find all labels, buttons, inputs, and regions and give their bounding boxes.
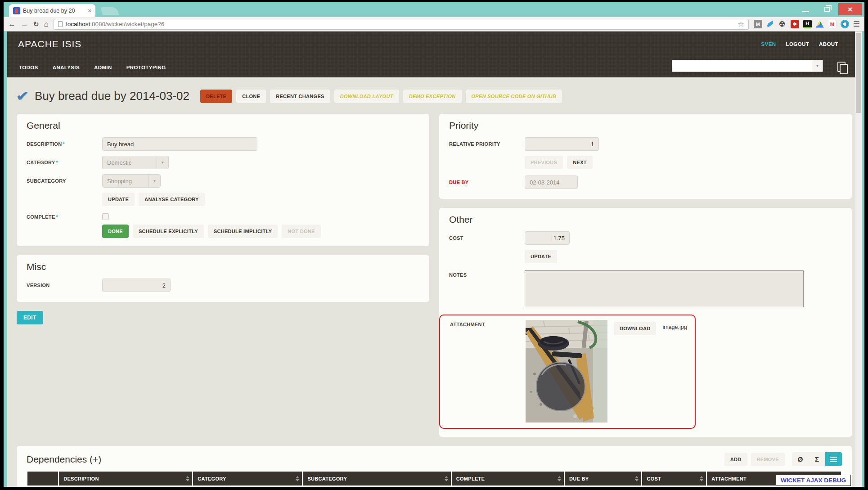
twitter-feather-icon[interactable] [766,21,774,27]
analyse-category-button[interactable]: ANALYSE CATEGORY [139,193,205,206]
demo-exception-button[interactable]: DEMO EXCEPTION [403,90,462,103]
nav-item-admin[interactable]: ADMIN [94,65,112,70]
attachment-filename: image.jpg [662,320,687,330]
page-body: ✔ Buy bread due by 2014-03-02 DELETE CLO… [7,77,862,487]
attachment-label: ATTACHMENT [450,320,519,327]
sort-icon[interactable] [558,476,561,481]
notes-textarea[interactable] [525,270,804,307]
chevron-down-icon[interactable]: ▼ [157,156,168,169]
not-done-button[interactable]: NOT DONE [282,225,320,238]
logout-link[interactable]: LOGOUT [786,41,810,47]
remove-button[interactable]: REMOVE [751,453,785,466]
about-link[interactable]: ABOUT [819,41,838,47]
download-layout-button[interactable]: DOWNLOAD LAYOUT [334,90,399,103]
gmail-icon[interactable]: M [828,20,837,28]
visibility-toggle-icon[interactable]: Ø [792,452,809,466]
sort-icon[interactable] [186,476,189,481]
chevron-down-icon[interactable]: ▼ [812,60,823,72]
sort-icon[interactable] [445,476,448,481]
chevron-down-icon[interactable]: ▼ [148,175,160,187]
add-button[interactable]: ADD [724,453,747,466]
url-host: localhost [66,21,90,27]
recent-changes-button[interactable]: RECENT CHANGES [270,90,330,103]
no-records-text: No Records Found [27,486,841,487]
wicket-ajax-debug-link[interactable]: WICKET AJAX DEBUG [776,475,851,486]
tab-favicon-icon [13,7,20,14]
home-icon[interactable]: ⌂ [44,20,49,28]
sort-icon[interactable] [700,476,703,481]
bookmark-star-icon[interactable]: ☆ [738,21,744,28]
nav-item-analysis[interactable]: ANALYSIS [53,65,80,70]
category-label: CATEGORY* [27,160,102,165]
col-subcategory[interactable]: SUBCATEGORY [303,472,450,486]
refresh-icon[interactable]: ↻ [33,21,39,27]
col-description[interactable]: DESCRIPTION [59,472,192,486]
schedule-explicitly-button[interactable]: SCHEDULE EXPLICITLY [133,225,204,238]
app-brand[interactable]: APACHE ISIS [18,39,81,49]
close-icon: ✕ [847,6,853,13]
update-button[interactable]: UPDATE [102,193,135,206]
aperture-icon[interactable] [841,20,849,28]
ext-m-icon[interactable]: M [754,20,762,28]
download-button[interactable]: DOWNLOAD [614,322,656,335]
todo-check-icon: ✔ [16,89,29,103]
misc-heading: Misc [27,261,419,272]
browser-tab[interactable]: Buy bread due by 20 × [9,4,95,17]
schedule-implicitly-button[interactable]: SCHEDULE IMPLICITLY [208,225,278,238]
category-select[interactable]: Domestic ▼ [102,156,169,169]
col-complete[interactable]: COMPLETE [452,472,564,486]
other-panel: Other COST UPDATE NOTES [439,208,852,437]
description-label: DESCRIPTION* [27,141,102,147]
next-button[interactable]: NEXT [567,156,593,169]
tab-close-icon[interactable]: × [88,7,91,14]
header-search-select[interactable]: ▼ [672,60,823,72]
browser-tab-bar: Buy bread due by 20 × ✕ [4,2,864,17]
clone-button[interactable]: CLONE [236,90,266,103]
browser-menu-icon[interactable]: ☰ [853,19,860,29]
complete-checkbox[interactable] [102,213,109,220]
scrollbar-thumb[interactable] [856,33,861,113]
close-button[interactable]: ✕ [838,3,862,15]
previous-button[interactable]: PREVIOUS [525,156,563,169]
session-links: SVEN LOGOUT ABOUT [761,41,838,47]
gdrive-icon[interactable] [816,21,824,28]
nav-item-prototyping[interactable]: PROTOTYPING [126,65,166,70]
scrollbar[interactable] [855,31,862,487]
required-asterisk: * [56,214,58,220]
priority-heading: Priority [449,120,842,131]
nav-item-todos[interactable]: TODOS [19,65,38,70]
subcategory-label: SUBCATEGORY [27,178,102,184]
delete-button[interactable]: DELETE [200,90,232,103]
back-icon[interactable]: ← [8,20,16,28]
extensions-row: M ☢ ✱ H M ☰ [754,19,860,29]
open-source-button[interactable]: OPEN SOURCE CODE ON GITHUB [466,90,562,103]
sort-icon[interactable] [296,476,299,481]
list-view-icon[interactable] [825,452,842,466]
subcategory-select[interactable]: Shopping ▼ [102,174,161,188]
copy-pages-icon[interactable] [837,62,846,72]
url-path: :8080/wicket/wicket/page?6 [90,21,164,27]
minimize-button[interactable] [795,3,816,15]
col-category[interactable]: CATEGORY [193,472,302,486]
url-bar[interactable]: localhost:8080/wicket/wicket/page?6 ☆ [54,19,749,30]
dependencies-actions: ADD REMOVE Ø Σ [724,452,842,466]
lastpass-icon[interactable]: ✱ [791,20,799,28]
restore-button[interactable] [817,3,837,15]
edit-button[interactable]: EDIT [17,311,43,324]
new-tab-button[interactable] [101,7,119,15]
done-button[interactable]: DONE [102,225,129,238]
relative-priority-field [525,137,599,151]
sort-icon[interactable] [635,476,639,481]
user-link[interactable]: SVEN [761,41,776,47]
hackernews-icon[interactable]: H [803,20,812,28]
update-cost-button[interactable]: UPDATE [525,250,557,263]
summary-sigma-icon[interactable]: Σ [809,452,825,466]
page-icon [58,21,63,27]
col-cost[interactable]: COST [642,472,706,486]
relative-priority-label: RELATIVE PRIORITY [449,141,525,147]
url-text[interactable]: localhost:8080/wicket/wicket/page?6 [66,21,164,27]
col-due-by[interactable]: DUE BY [565,472,641,486]
description-input[interactable] [102,137,257,151]
radiation-icon[interactable]: ☢ [778,20,787,28]
forward-icon[interactable]: → [21,20,28,28]
